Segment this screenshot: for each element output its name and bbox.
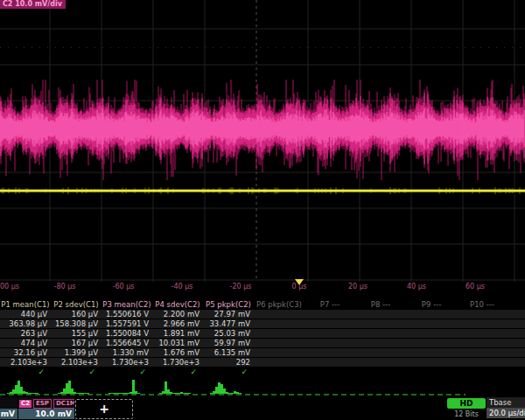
measure-cell-num [457,358,508,367]
hd-bits-label: 12 Bits [447,410,486,418]
measure-cell-mean: 2.966 mV [152,319,203,328]
measure-cell-min: 25.03 mV [203,329,254,338]
measure-status-check-icon [304,368,355,376]
measure-column-header[interactable]: P5 pkpk(C2) [203,300,254,309]
measure-cell-mean [406,319,457,328]
c1-scale-value: 10.0 mV [0,409,18,419]
measure-cell-max: 59.97 mV [203,339,254,347]
measure-cell-max: 474 µV [0,339,51,347]
time-axis: -100 µs-80 µs-60 µs-40 µs-20 µs0 µs20 µs… [0,281,525,291]
measure-status-check-icon [254,368,304,376]
measure-column-header[interactable]: P10 --- [457,300,508,309]
measure-column-header[interactable]: P11 [508,300,525,309]
timebase-label: Tbase [486,397,525,408]
measure-cell-num [355,358,406,367]
measure-row-value: 440 µV160 µV1.550616 V2.200 mV27.97 mV [0,310,525,318]
time-axis-label: 0 µs [292,283,307,290]
measure-cell-mean [508,319,525,328]
measure-cell-min: 155 µV [51,329,102,338]
measure-cell-min: 263 µV [0,329,51,338]
measure-cell-num [254,358,304,367]
histicon-P1 [7,381,38,394]
measure-column-header[interactable]: P8 --- [355,300,406,309]
measure-cell-max: 167 µV [51,339,102,347]
hd-mode-badge[interactable]: HD [447,398,486,409]
measure-cell-min [304,329,355,338]
timebase-value: 20.0 µs/div [486,408,525,418]
histicon-P2 [58,381,89,394]
measure-cell-value [355,310,406,318]
measure-cell-mean: 1.557591 V [102,319,152,328]
channel-c2-descriptor[interactable]: C2 ESP DC1M 10.0 mV [18,397,74,419]
measure-cell-mean: 33.477 mV [203,319,254,328]
measure-column-header[interactable]: P4 sdev(C2) [152,300,203,309]
measure-cell-max: 1.556645 V [102,339,152,347]
timebase-descriptor[interactable]: Tbase 20.0 µs/div [486,397,525,419]
measure-cell-min [254,329,304,338]
c2-label: C2 [19,400,32,408]
measure-cell-min: 1.891 mV [152,329,203,338]
measure-status-check-icon: ✓ [102,368,152,376]
c2-esp-tag: ESP [33,399,52,409]
time-axis-label: -60 µs [113,283,135,290]
measure-column-header[interactable]: P7 --- [304,300,355,309]
measure-column-header[interactable]: P3 mean(C2) [102,300,152,309]
measure-cell-sdev: 6.135 mV [203,348,254,357]
measure-row-mean: 363.98 µV158.308 µV1.557591 V2.966 mV33.… [0,319,525,328]
measure-cell-mean [254,319,304,328]
measure-cell-sdev: 1.676 mV [152,348,203,357]
measure-row-sdev: 32.16 µV1.399 µV1.330 mV1.676 mV6.135 mV [0,348,525,357]
measure-cell-max [304,339,355,347]
measure-cell-num [508,358,525,367]
time-axis-label: 60 µs [466,283,485,290]
measure-cell-mean [304,319,355,328]
histicon-P5 [210,382,242,394]
histicon-P3 [108,380,140,394]
measure-cell-min [355,329,406,338]
measure-cell-mean [355,319,406,328]
measure-column-header[interactable]: P1 mean(C1) [0,300,51,309]
time-axis-label: -100 µs [0,283,19,290]
measure-row-max: 474 µV167 µV1.556645 V10.031 mV59.97 mV [0,339,525,347]
histicon-P4 [159,382,191,394]
oscilloscope-screen: C2 10.0 mV/div -100 µs-80 µs-60 µs-40 µs… [0,0,525,420]
measure-cell-sdev [508,348,525,357]
c2-scale-value: 10.0 mV [18,409,74,419]
measure-cell-sdev [254,348,304,357]
measure-status-check-icon [508,368,525,376]
measure-cell-sdev: 1.330 mV [102,348,152,357]
trace-annotation-label[interactable]: C2 10.0 mV/div [0,0,66,9]
measure-cell-num [304,358,355,367]
measure-row-status: ✓✓✓✓✓ [0,368,525,376]
measure-cell-sdev: 32.16 µV [0,348,51,357]
measure-status-check-icon [355,368,406,376]
measure-cell-min [406,329,457,338]
time-axis-label: 20 µs [348,283,368,290]
measure-cell-value: 160 µV [51,310,102,318]
time-axis-label: -20 µs [230,283,252,290]
measure-status-check-icon: ✓ [51,368,102,376]
measure-column-header[interactable]: P6 pkpk(C3) [254,300,304,309]
measure-cell-num: 1.730e+3 [152,358,203,367]
measure-cell-value [508,310,525,318]
measure-column-header[interactable]: P9 --- [406,300,457,309]
measure-cell-sdev [355,348,406,357]
measure-cell-mean [457,319,508,328]
histicon-baseline [0,394,466,396]
measure-cell-value: 2.200 mV [152,310,203,318]
measure-status-check-icon [406,368,457,376]
measure-cell-value [254,310,304,318]
measure-cell-num: 2.103e+3 [51,358,102,367]
measure-status-check-icon: ✓ [203,368,254,376]
measure-cell-value [457,310,508,318]
measure-cell-sdev [304,348,355,357]
measure-cell-max [355,339,406,347]
add-trace-button[interactable]: + [75,399,133,419]
measure-cell-num: 1.730e+3 [102,358,152,367]
measure-cell-min [457,329,508,338]
measure-column-header[interactable]: P2 sdev(C1) [51,300,102,309]
measure-cell-value [304,310,355,318]
channel-c1-descriptor[interactable]: C1 DC1M 10.0 mV [0,397,18,419]
c2-coupling-tag: DC1M [53,399,74,409]
measure-cell-max [457,339,508,347]
